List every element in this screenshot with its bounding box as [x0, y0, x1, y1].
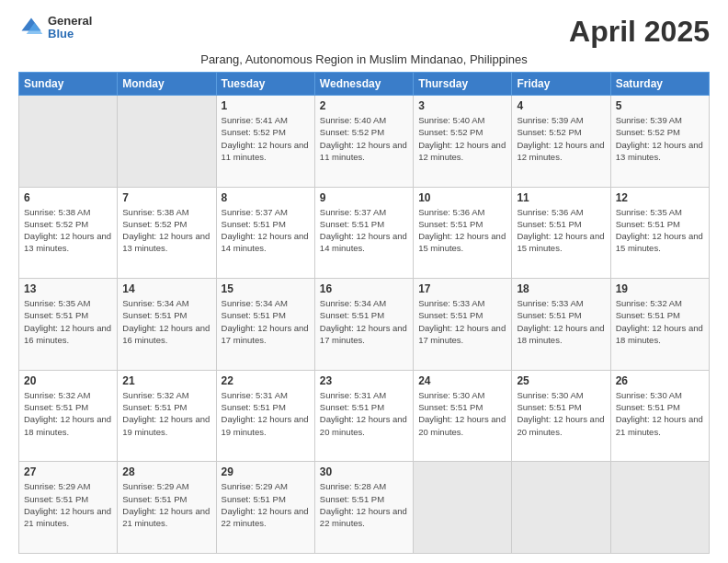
day-cell: 30Sunrise: 5:28 AM Sunset: 5:51 PM Dayli…	[314, 462, 413, 554]
header-monday: Monday	[118, 73, 216, 96]
day-cell: 27Sunrise: 5:29 AM Sunset: 5:51 PM Dayli…	[19, 462, 118, 554]
day-info: Sunrise: 5:29 AM Sunset: 5:51 PM Dayligh…	[24, 480, 112, 529]
day-number: 10	[418, 191, 506, 204]
header: General Blue April 2025	[18, 15, 710, 49]
day-cell: 13Sunrise: 5:35 AM Sunset: 5:51 PM Dayli…	[19, 279, 118, 371]
day-number: 1	[222, 99, 310, 112]
day-number: 15	[222, 282, 310, 295]
week-row-3: 20Sunrise: 5:32 AM Sunset: 5:51 PM Dayli…	[19, 370, 710, 462]
day-info: Sunrise: 5:34 AM Sunset: 5:51 PM Dayligh…	[320, 297, 408, 346]
day-info: Sunrise: 5:29 AM Sunset: 5:51 PM Dayligh…	[122, 480, 210, 529]
day-info: Sunrise: 5:30 AM Sunset: 5:51 PM Dayligh…	[616, 389, 704, 438]
title-block: April 2025	[569, 15, 710, 49]
day-info: Sunrise: 5:33 AM Sunset: 5:51 PM Dayligh…	[418, 297, 506, 346]
day-cell	[19, 96, 118, 188]
day-cell: 2Sunrise: 5:40 AM Sunset: 5:52 PM Daylig…	[314, 96, 413, 188]
header-saturday: Saturday	[610, 73, 709, 96]
day-number: 3	[418, 99, 506, 112]
day-number: 4	[517, 99, 605, 112]
calendar-body: 1Sunrise: 5:41 AM Sunset: 5:52 PM Daylig…	[19, 96, 710, 554]
header-friday: Friday	[512, 73, 610, 96]
page: General Blue April 2025 Parang, Autonomo…	[0, 0, 728, 563]
header-tuesday: Tuesday	[216, 73, 314, 96]
day-cell: 6Sunrise: 5:38 AM Sunset: 5:52 PM Daylig…	[19, 187, 118, 279]
day-number: 28	[122, 465, 210, 478]
day-number: 6	[24, 191, 112, 204]
day-number: 29	[222, 465, 310, 478]
day-number: 9	[320, 191, 408, 204]
day-cell: 24Sunrise: 5:30 AM Sunset: 5:51 PM Dayli…	[414, 370, 512, 462]
day-info: Sunrise: 5:37 AM Sunset: 5:51 PM Dayligh…	[320, 206, 408, 255]
day-info: Sunrise: 5:33 AM Sunset: 5:51 PM Dayligh…	[517, 297, 605, 346]
day-info: Sunrise: 5:41 AM Sunset: 5:52 PM Dayligh…	[222, 114, 310, 163]
day-info: Sunrise: 5:39 AM Sunset: 5:52 PM Dayligh…	[616, 114, 704, 163]
logo-icon	[18, 15, 44, 40]
month-year: April 2025	[569, 15, 710, 49]
day-info: Sunrise: 5:30 AM Sunset: 5:51 PM Dayligh…	[517, 389, 605, 438]
day-info: Sunrise: 5:28 AM Sunset: 5:51 PM Dayligh…	[320, 480, 408, 529]
day-info: Sunrise: 5:40 AM Sunset: 5:52 PM Dayligh…	[320, 114, 408, 163]
day-cell: 4Sunrise: 5:39 AM Sunset: 5:52 PM Daylig…	[512, 96, 610, 188]
day-info: Sunrise: 5:35 AM Sunset: 5:51 PM Dayligh…	[24, 297, 112, 346]
day-number: 8	[222, 191, 310, 204]
day-info: Sunrise: 5:29 AM Sunset: 5:51 PM Dayligh…	[222, 480, 310, 529]
day-cell	[610, 462, 709, 554]
header-sunday: Sunday	[19, 73, 118, 96]
week-row-2: 13Sunrise: 5:35 AM Sunset: 5:51 PM Dayli…	[19, 279, 710, 371]
day-number: 21	[122, 374, 210, 387]
logo-general: General	[48, 15, 92, 28]
day-info: Sunrise: 5:32 AM Sunset: 5:51 PM Dayligh…	[24, 389, 112, 438]
day-cell: 8Sunrise: 5:37 AM Sunset: 5:51 PM Daylig…	[216, 187, 314, 279]
day-cell: 9Sunrise: 5:37 AM Sunset: 5:51 PM Daylig…	[314, 187, 413, 279]
day-number: 16	[320, 282, 408, 295]
day-cell: 28Sunrise: 5:29 AM Sunset: 5:51 PM Dayli…	[118, 462, 216, 554]
day-info: Sunrise: 5:38 AM Sunset: 5:52 PM Dayligh…	[122, 206, 210, 255]
day-number: 7	[122, 191, 210, 204]
day-cell: 3Sunrise: 5:40 AM Sunset: 5:52 PM Daylig…	[414, 96, 512, 188]
day-cell: 5Sunrise: 5:39 AM Sunset: 5:52 PM Daylig…	[610, 96, 709, 188]
header-wednesday: Wednesday	[314, 73, 413, 96]
day-cell: 29Sunrise: 5:29 AM Sunset: 5:51 PM Dayli…	[216, 462, 314, 554]
logo-blue: Blue	[48, 28, 92, 40]
day-number: 12	[616, 191, 704, 204]
day-info: Sunrise: 5:32 AM Sunset: 5:51 PM Dayligh…	[122, 389, 210, 438]
logo: General Blue	[18, 15, 92, 41]
logo-text: General Blue	[48, 15, 92, 41]
day-number: 17	[418, 282, 506, 295]
day-number: 26	[616, 374, 704, 387]
day-cell: 21Sunrise: 5:32 AM Sunset: 5:51 PM Dayli…	[118, 370, 216, 462]
day-cell: 20Sunrise: 5:32 AM Sunset: 5:51 PM Dayli…	[19, 370, 118, 462]
day-cell: 19Sunrise: 5:32 AM Sunset: 5:51 PM Dayli…	[610, 279, 709, 371]
day-number: 2	[320, 99, 408, 112]
day-cell: 12Sunrise: 5:35 AM Sunset: 5:51 PM Dayli…	[610, 187, 709, 279]
week-row-4: 27Sunrise: 5:29 AM Sunset: 5:51 PM Dayli…	[19, 462, 710, 554]
week-row-0: 1Sunrise: 5:41 AM Sunset: 5:52 PM Daylig…	[19, 96, 710, 188]
day-number: 19	[616, 282, 704, 295]
day-info: Sunrise: 5:32 AM Sunset: 5:51 PM Dayligh…	[616, 297, 704, 346]
day-info: Sunrise: 5:31 AM Sunset: 5:51 PM Dayligh…	[320, 389, 408, 438]
day-number: 11	[517, 191, 605, 204]
day-number: 5	[616, 99, 704, 112]
day-info: Sunrise: 5:30 AM Sunset: 5:51 PM Dayligh…	[418, 389, 506, 438]
day-cell: 22Sunrise: 5:31 AM Sunset: 5:51 PM Dayli…	[216, 370, 314, 462]
day-cell	[118, 96, 216, 188]
day-cell: 1Sunrise: 5:41 AM Sunset: 5:52 PM Daylig…	[216, 96, 314, 188]
day-cell	[414, 462, 512, 554]
day-cell: 26Sunrise: 5:30 AM Sunset: 5:51 PM Dayli…	[610, 370, 709, 462]
day-info: Sunrise: 5:31 AM Sunset: 5:51 PM Dayligh…	[222, 389, 310, 438]
day-number: 14	[122, 282, 210, 295]
day-cell: 15Sunrise: 5:34 AM Sunset: 5:51 PM Dayli…	[216, 279, 314, 371]
day-cell: 18Sunrise: 5:33 AM Sunset: 5:51 PM Dayli…	[512, 279, 610, 371]
day-info: Sunrise: 5:38 AM Sunset: 5:52 PM Dayligh…	[24, 206, 112, 255]
day-cell: 17Sunrise: 5:33 AM Sunset: 5:51 PM Dayli…	[414, 279, 512, 371]
day-cell: 16Sunrise: 5:34 AM Sunset: 5:51 PM Dayli…	[314, 279, 413, 371]
day-number: 23	[320, 374, 408, 387]
day-info: Sunrise: 5:40 AM Sunset: 5:52 PM Dayligh…	[418, 114, 506, 163]
day-info: Sunrise: 5:34 AM Sunset: 5:51 PM Dayligh…	[222, 297, 310, 346]
day-info: Sunrise: 5:35 AM Sunset: 5:51 PM Dayligh…	[616, 206, 704, 255]
day-cell: 11Sunrise: 5:36 AM Sunset: 5:51 PM Dayli…	[512, 187, 610, 279]
day-cell: 23Sunrise: 5:31 AM Sunset: 5:51 PM Dayli…	[314, 370, 413, 462]
day-info: Sunrise: 5:36 AM Sunset: 5:51 PM Dayligh…	[517, 206, 605, 255]
day-cell: 7Sunrise: 5:38 AM Sunset: 5:52 PM Daylig…	[118, 187, 216, 279]
day-number: 24	[418, 374, 506, 387]
